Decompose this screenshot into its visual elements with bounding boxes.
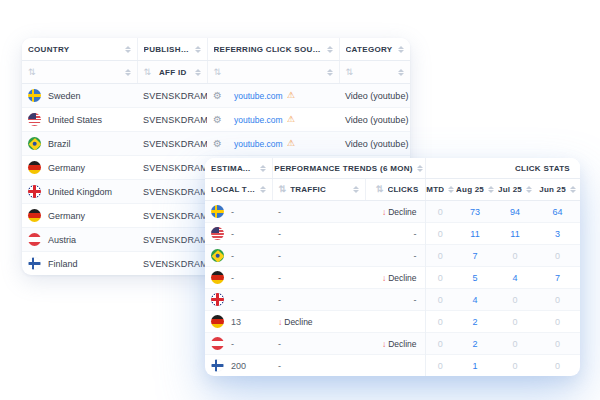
publisher-row[interactable]: United States SVENSKDRAMA ⚙youtube.com⚠ … bbox=[22, 108, 410, 132]
publisher-name: SVENSKDRAMA bbox=[137, 84, 207, 108]
trend-value: - bbox=[278, 295, 281, 305]
header-row: COUNTRY PUBLISHER REFERRING CLICK SOURCE… bbox=[22, 38, 410, 61]
source-link[interactable]: youtube.com bbox=[234, 115, 283, 125]
filter-label: AFF ID bbox=[155, 68, 190, 77]
sort-filter-icon: ⇅ bbox=[346, 68, 354, 77]
column-header-category[interactable]: CATEGORY bbox=[339, 38, 410, 61]
source-link[interactable]: youtube.com bbox=[234, 91, 283, 101]
column-header-jun-25[interactable]: Jun 25 bbox=[535, 179, 580, 201]
click-count: 4 bbox=[512, 273, 517, 283]
traffic-row[interactable]: 200 - 0 1 0 0 bbox=[205, 355, 580, 377]
filter-aff-id[interactable]: ⇅AFF ID bbox=[137, 61, 207, 84]
filter-country[interactable]: ⇅ bbox=[22, 61, 137, 84]
column-header-local-traffic[interactable]: LOCAL TRAFFIC bbox=[205, 179, 272, 201]
decline-indicator: ↓Decline bbox=[382, 339, 417, 349]
publisher-name: SVENSKDRAMA bbox=[137, 108, 207, 132]
filter-category[interactable]: ⇅ bbox=[339, 61, 410, 84]
local-traffic-value: - bbox=[231, 295, 234, 305]
click-count: 94 bbox=[510, 207, 520, 217]
category-label: Video (youtube) bbox=[339, 132, 410, 156]
trend-value: - bbox=[414, 251, 417, 261]
group-header-performance-trends[interactable]: PERFORMANCE TRENDS (6 MON) bbox=[272, 158, 425, 179]
sort-icon[interactable] bbox=[327, 69, 333, 76]
column-header-referring-click-sources[interactable]: REFERRING CLICK SOURCES bbox=[207, 38, 339, 61]
column-header-publisher[interactable]: PUBLISHER bbox=[137, 38, 207, 61]
sort-icon[interactable] bbox=[195, 69, 201, 76]
traffic-row[interactable]: 13 ↓Decline 0 2 0 0 bbox=[205, 311, 580, 333]
decline-indicator: ↓Decline bbox=[382, 207, 417, 217]
decline-arrow-icon: ↓ bbox=[382, 339, 386, 349]
click-count: 0 bbox=[438, 251, 443, 261]
column-header-label: LOCAL TRAFFIC bbox=[211, 185, 256, 194]
flag-brazil-icon bbox=[28, 137, 41, 150]
column-header-label: CATEGORY bbox=[346, 45, 395, 54]
sort-icon[interactable] bbox=[195, 46, 201, 53]
flag-austria-icon bbox=[211, 337, 224, 350]
filter-row: ⇅ ⇅AFF ID ⇅ ⇅ bbox=[22, 61, 410, 84]
gear-icon[interactable]: ⚙ bbox=[213, 139, 222, 149]
click-count: 0 bbox=[438, 229, 443, 239]
sort-icon[interactable] bbox=[488, 186, 494, 193]
sort-icon[interactable] bbox=[327, 46, 333, 53]
filter-sources[interactable]: ⇅ bbox=[207, 61, 339, 84]
local-traffic-value: 13 bbox=[231, 317, 241, 327]
traffic-row[interactable]: - - ↓Decline 0 73 94 64 bbox=[205, 201, 580, 223]
click-count: 0 bbox=[512, 295, 517, 305]
source-link[interactable]: youtube.com bbox=[234, 139, 283, 149]
group-header-label: PERFORMANCE TRENDS (6 MON) bbox=[274, 164, 412, 173]
publisher-name: SVENSKDRAMA bbox=[137, 132, 207, 156]
category-label: Video (youtube) bbox=[339, 108, 410, 132]
sort-icon[interactable] bbox=[353, 186, 359, 193]
traffic-row[interactable]: - - ↓Decline 0 2 0 0 bbox=[205, 333, 580, 355]
gear-icon[interactable]: ⚙ bbox=[213, 91, 222, 101]
traffic-row[interactable]: - - ↓Decline 0 5 4 7 bbox=[205, 267, 580, 289]
column-header-mtd[interactable]: MTD bbox=[425, 179, 455, 201]
column-header-aug-25[interactable]: Aug 25 bbox=[455, 179, 495, 201]
publisher-name: SVENSKDRAMA bbox=[137, 228, 207, 252]
column-header-clicks[interactable]: ⇅CLICKS bbox=[365, 179, 425, 201]
traffic-row[interactable]: - - - 0 7 0 0 bbox=[205, 245, 580, 267]
local-traffic-value: - bbox=[231, 229, 234, 239]
gear-icon[interactable]: ⚙ bbox=[213, 115, 222, 125]
sort-icon[interactable] bbox=[526, 186, 532, 193]
flag-germany-icon bbox=[28, 209, 41, 222]
trend-value: - bbox=[278, 229, 281, 239]
column-header-jul-25[interactable]: Jul 25 bbox=[495, 179, 535, 201]
trend-value: - bbox=[414, 229, 417, 239]
click-count: 0 bbox=[555, 361, 560, 371]
sort-icon[interactable] bbox=[260, 165, 266, 172]
publisher-row[interactable]: Sweden SVENSKDRAMA ⚙youtube.com⚠ Video (… bbox=[22, 84, 410, 108]
trend-value: - bbox=[414, 295, 417, 305]
traffic-row[interactable]: - - - 0 4 0 0 bbox=[205, 289, 580, 311]
sort-filter-icon: ⇅ bbox=[214, 68, 222, 77]
column-header-traffic[interactable]: ⇅TRAFFIC bbox=[272, 179, 365, 201]
sort-icon[interactable] bbox=[417, 165, 423, 172]
column-header-country[interactable]: COUNTRY bbox=[22, 38, 137, 61]
click-count: 2 bbox=[472, 339, 477, 349]
local-traffic-value: - bbox=[231, 251, 234, 261]
flag-uk-icon bbox=[28, 185, 41, 198]
click-count: 0 bbox=[555, 339, 560, 349]
sort-filter-icon: ⇅ bbox=[144, 68, 152, 77]
group-header-estimated[interactable]: ESTIMATED bbox=[205, 158, 272, 179]
click-count: 0 bbox=[438, 273, 443, 283]
click-count: 0 bbox=[555, 295, 560, 305]
decline-arrow-icon: ↓ bbox=[278, 317, 282, 327]
flag-brazil-icon bbox=[211, 249, 224, 262]
sort-icon[interactable] bbox=[398, 46, 404, 53]
flag-sweden-icon bbox=[211, 205, 224, 218]
column-header-label: CLICKS bbox=[388, 185, 419, 194]
click-count: 4 bbox=[472, 295, 477, 305]
sort-icon[interactable] bbox=[398, 69, 404, 76]
sort-icon[interactable] bbox=[448, 186, 454, 193]
sort-icon[interactable] bbox=[260, 186, 266, 193]
sort-icon[interactable] bbox=[125, 46, 131, 53]
click-count: 2 bbox=[472, 317, 477, 327]
flag-austria-icon bbox=[28, 233, 41, 246]
trend-value: - bbox=[278, 273, 281, 283]
sort-icon[interactable] bbox=[570, 186, 576, 193]
publisher-row[interactable]: Brazil SVENSKDRAMA ⚙youtube.com⚠ Video (… bbox=[22, 132, 410, 156]
flag-germany-icon bbox=[28, 161, 41, 174]
traffic-row[interactable]: - - - 0 11 11 3 bbox=[205, 223, 580, 245]
sort-icon[interactable] bbox=[125, 69, 131, 76]
